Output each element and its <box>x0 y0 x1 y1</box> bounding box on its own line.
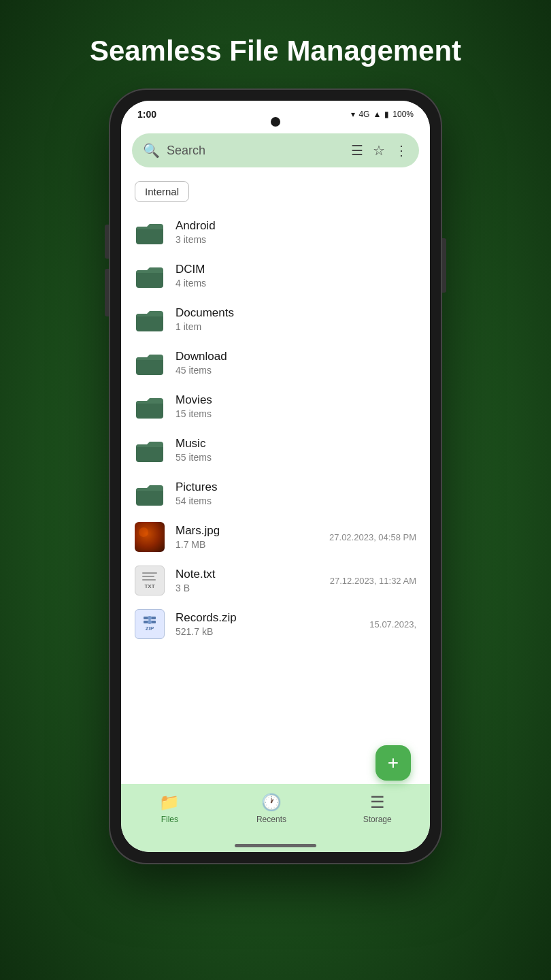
battery-icon: ▮ <box>384 110 389 119</box>
battery-label: 100% <box>393 110 414 119</box>
folder-count: 55 items <box>176 452 416 463</box>
folder-item[interactable]: Movies 15 items <box>121 385 430 428</box>
mars-thumbnail <box>135 522 165 552</box>
folder-icon <box>135 217 165 247</box>
bottom-nav: 📁 Files 🕐 Recents ☰ Storage <box>121 784 430 838</box>
file-size: 3 B <box>176 583 319 593</box>
power-button <box>442 238 446 293</box>
wifi-icon: ▾ <box>351 110 355 119</box>
files-icon: 📁 <box>159 793 180 812</box>
folder-count: 45 items <box>176 365 416 376</box>
folder-info: Music 55 items <box>176 437 416 463</box>
file-item[interactable]: ZIP Records.zip 521.7 kB 15.07.2023, <box>121 602 430 646</box>
signal-icon: ▲ <box>373 110 381 119</box>
folder-item[interactable]: Android 3 items <box>121 210 430 254</box>
recents-icon: 🕐 <box>261 793 282 812</box>
folder-name: Movies <box>176 393 416 407</box>
folder-item[interactable]: Download 45 items <box>121 341 430 385</box>
folder-item[interactable]: Pictures 54 items <box>121 472 430 515</box>
search-icon: 🔍 <box>143 142 160 159</box>
zip-thumbnail: ZIP <box>135 609 165 639</box>
vol-down-button <box>105 269 109 316</box>
nav-storage[interactable]: ☰ Storage <box>363 793 392 824</box>
star-icon[interactable]: ☆ <box>373 142 385 159</box>
folder-info: Movies 15 items <box>176 393 416 419</box>
phone-screen: 1:00 ▾ 4G ▲ ▮ 100% 🔍 Search ☰ ☆ ⋮ <box>121 101 430 852</box>
folder-item[interactable]: Documents 1 item <box>121 297 430 341</box>
folder-item[interactable]: Music 55 items <box>121 428 430 472</box>
folder-name: Download <box>176 350 416 363</box>
vol-up-button <box>105 225 109 259</box>
internal-badge[interactable]: Internal <box>135 181 189 202</box>
file-name: Mars.jpg <box>176 524 318 538</box>
folder-info: Documents 1 item <box>176 306 416 332</box>
fab-button[interactable]: + <box>375 745 411 781</box>
file-item[interactable]: Mars.jpg 1.7 MB 27.02.2023, 04:58 PM <box>121 515 430 559</box>
folder-name: DCIM <box>176 263 416 276</box>
folder-name: Documents <box>176 306 416 320</box>
home-bar <box>235 844 316 847</box>
folder-info: DCIM 4 items <box>176 263 416 289</box>
folder-icon <box>135 391 165 421</box>
home-indicator <box>121 838 430 852</box>
filter-icon[interactable]: ☰ <box>351 142 363 159</box>
file-name: Records.zip <box>176 611 358 625</box>
storage-label: Storage <box>363 815 392 824</box>
search-actions: ☰ ☆ ⋮ <box>351 142 408 159</box>
folder-icon <box>135 261 165 291</box>
folder-icon <box>135 304 165 334</box>
file-info: Mars.jpg 1.7 MB <box>176 524 318 550</box>
folder-info: Pictures 54 items <box>176 480 416 506</box>
folder-item[interactable]: DCIM 4 items <box>121 254 430 297</box>
search-bar[interactable]: 🔍 Search ☰ ☆ ⋮ <box>132 133 419 167</box>
file-date: 27.02.2023, 04:58 PM <box>329 532 416 542</box>
folder-info: Download 45 items <box>176 350 416 376</box>
txt-thumbnail: TXT <box>135 566 165 595</box>
nav-recents[interactable]: 🕐 Recents <box>256 793 286 824</box>
folder-list: Android 3 items DCIM 4 items Documents 1… <box>121 210 430 515</box>
storage-icon: ☰ <box>370 793 385 812</box>
page-headline: Seamless File Management <box>63 34 488 68</box>
search-bar-container: 🔍 Search ☰ ☆ ⋮ <box>121 128 430 176</box>
internal-label: Internal <box>135 181 189 202</box>
file-size: 521.7 kB <box>176 626 358 637</box>
network-label: 4G <box>358 110 369 119</box>
status-bar: 1:00 ▾ 4G ▲ ▮ 100% <box>121 101 430 128</box>
nav-files[interactable]: 📁 Files <box>159 793 180 824</box>
folder-icon <box>135 348 165 378</box>
files-label: Files <box>161 815 178 824</box>
folder-count: 54 items <box>176 495 416 506</box>
file-name: Note.txt <box>176 568 319 581</box>
phone-mockup: 1:00 ▾ 4G ▲ ▮ 100% 🔍 Search ☰ ☆ ⋮ <box>109 88 442 864</box>
status-time: 1:00 <box>137 109 156 120</box>
file-date: 15.07.2023, <box>369 619 416 630</box>
folder-info: Android 3 items <box>176 219 416 245</box>
recents-label: Recents <box>256 815 286 824</box>
folder-icon <box>135 478 165 508</box>
folder-count: 15 items <box>176 408 416 419</box>
file-list: Internal Android 3 items DCIM 4 items <box>121 176 430 784</box>
folder-icon <box>135 435 165 465</box>
folder-name: Music <box>176 437 416 451</box>
folder-name: Android <box>176 219 416 233</box>
more-icon[interactable]: ⋮ <box>395 142 408 159</box>
file-date: 27.12.2023, 11:32 AM <box>330 576 416 586</box>
camera-notch <box>271 117 280 127</box>
file-info: Records.zip 521.7 kB <box>176 611 358 637</box>
folder-name: Pictures <box>176 480 416 494</box>
status-icons: ▾ 4G ▲ ▮ 100% <box>351 110 414 119</box>
search-placeholder[interactable]: Search <box>167 144 344 158</box>
folder-count: 1 item <box>176 321 416 332</box>
file-items: Mars.jpg 1.7 MB 27.02.2023, 04:58 PM TXT… <box>121 515 430 646</box>
fab-plus-icon: + <box>388 753 399 772</box>
folder-count: 4 items <box>176 278 416 289</box>
folder-count: 3 items <box>176 234 416 245</box>
file-item[interactable]: TXT Note.txt 3 B 27.12.2023, 11:32 AM <box>121 559 430 602</box>
file-info: Note.txt 3 B <box>176 568 319 593</box>
file-size: 1.7 MB <box>176 539 318 550</box>
